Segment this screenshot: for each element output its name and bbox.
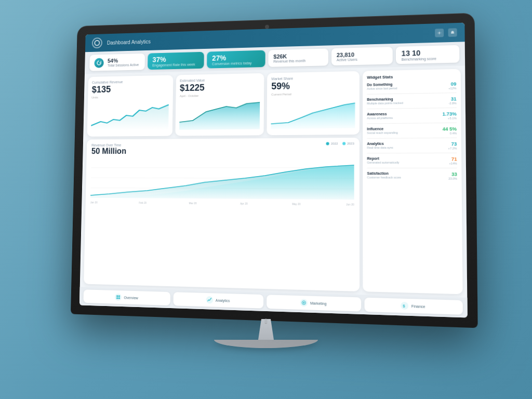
chart-card-market: Market Share 59% Current Period: [267, 71, 360, 135]
rpi-right-1: 31 -2.8%: [448, 96, 457, 105]
bottom-tab-icon-0: [115, 294, 122, 301]
rp-item-1: Benchmarking Multiple data points tracke…: [367, 96, 456, 109]
rpi-sub-1: Multiple data points tracked: [367, 101, 448, 105]
chart-card-sub-1: April - October: [180, 93, 260, 97]
svg-point-14: [303, 302, 304, 303]
rp-item-2: Awareness Across all platforms 1.73% +5.…: [367, 111, 457, 124]
line-chart-0: [91, 100, 169, 132]
settings-icon[interactable]: [435, 29, 444, 37]
rp-item-4: Analytics Real-time data sync 73 +7.2%: [367, 141, 457, 153]
notification-icon[interactable]: [448, 28, 457, 37]
legend-dot-1: [342, 142, 345, 145]
rpi-right-6: 33 23.0%: [448, 171, 457, 180]
screen: Dashboard Analytics: [79, 23, 468, 318]
left-area: Cumulative Revenue $135 Units: [84, 71, 360, 291]
svg-text:$: $: [403, 304, 405, 308]
legend-item-1: 2023: [342, 142, 354, 145]
rpi-title-4: Analytics: [367, 141, 448, 145]
stat-chip-4[interactable]: 23,810 Active Users: [331, 47, 393, 65]
rpi-sub-6: Customer feedback score: [367, 176, 448, 179]
rpi-value-6: 33: [448, 171, 457, 177]
legend-dot-0: [326, 142, 329, 145]
rp-item-0: Do Something Active since last period 09…: [367, 81, 456, 94]
large-chart-value: 50 Million: [91, 147, 126, 156]
stat-chip-0[interactable]: 54% Total Sessions Active: [89, 54, 145, 71]
bottom-tab-icon-2: [300, 299, 308, 307]
bottom-tab-label-3: Finance: [411, 304, 425, 308]
bottom-tab-label-2: Marketing: [310, 301, 327, 305]
svg-rect-10: [118, 296, 120, 297]
large-chart-card: Revenue Over Time 50 Million 2022: [84, 138, 360, 291]
monitor-wrapper: Dashboard Analytics: [53, 18, 479, 381]
stat-icon-0: [94, 58, 104, 68]
main-content: Cumulative Revenue $135 Units: [80, 65, 468, 298]
chart-cards-row: Cumulative Revenue $135 Units: [87, 71, 360, 137]
rpi-right-0: 09 +12%: [448, 81, 456, 90]
chart-card-sub-2: Current Period: [271, 91, 355, 96]
rpi-left-3: Influence Social reach expanding: [367, 126, 442, 135]
stat-label-3: Revenue this month: [273, 59, 305, 63]
rpi-value-3: 44 5%: [443, 126, 457, 132]
svg-marker-2: [179, 102, 260, 130]
bottom-tab-3[interactable]: $ Finance: [364, 298, 463, 315]
large-chart-legend: 2022 2023: [326, 142, 354, 145]
bottom-tab-label-0: Overview: [124, 296, 138, 300]
bottom-tab-0[interactable]: Overview: [83, 289, 170, 305]
header-icons: [435, 28, 457, 37]
chart-card-sub-0: Units: [91, 95, 169, 99]
rp-item-6: Satisfaction Customer feedback score 33 …: [367, 171, 457, 183]
rpi-left-6: Satisfaction Customer feedback score: [367, 171, 448, 179]
rpi-value-0: 09: [448, 81, 456, 87]
bottom-tab-1[interactable]: Analytics: [173, 292, 263, 308]
logo-inner: [94, 40, 100, 46]
stat-label-0: Total Sessions Active: [108, 63, 139, 67]
stat-chip-5[interactable]: 13 10 Benchmarking score: [396, 45, 459, 64]
rpi-change-3: 0.4%: [443, 131, 457, 135]
rpi-sub-2: Across all platforms: [367, 116, 442, 120]
apple-logo: : [264, 317, 267, 325]
rpi-value-2: 1.73%: [442, 111, 456, 117]
stat-chip-1[interactable]: 37% Engagement Rate this week: [148, 52, 204, 70]
svg-rect-9: [116, 295, 118, 297]
chart-card-value-0: $135: [92, 84, 169, 94]
rpi-sub-3: Social reach expanding: [367, 131, 442, 135]
rpi-change-1: -2.8%: [448, 102, 456, 105]
large-chart-header: Revenue Over Time 50 Million 2022: [91, 142, 354, 156]
rpi-change-4: +7.2%: [448, 147, 457, 150]
monitor-base: [214, 340, 318, 348]
stat-content-5: 13 10 Benchmarking score: [402, 48, 436, 61]
chart-card-value-1: $1225: [180, 82, 260, 92]
svg-marker-1: [91, 105, 169, 131]
bottom-tab-icon-3: $: [401, 302, 408, 310]
stat-value-4: 23,810: [337, 51, 357, 58]
right-panel-list: Do Something Active since last period 09…: [367, 81, 458, 289]
svg-point-0: [438, 32, 440, 34]
rpi-left-4: Analytics Real-time data sync: [367, 141, 448, 149]
stat-label-4: Active Users: [337, 58, 357, 62]
rpi-left-0: Do Something Active since last period: [367, 82, 448, 90]
stat-label-5: Benchmarking score: [402, 57, 436, 61]
bottom-tab-label-1: Analytics: [216, 298, 230, 302]
rpi-change-6: 23.0%: [448, 177, 457, 180]
chart-card-value-2: 59%: [271, 80, 355, 91]
rpi-title-3: Influence: [367, 126, 442, 130]
rpi-right-5: 71 +14%: [449, 156, 457, 165]
large-chart-body: Jan 20 Feb 20 Mar 20 Apr 20 May 20 Jun 2…: [89, 157, 354, 287]
app-title: Dashboard Analytics: [107, 38, 151, 45]
svg-marker-3: [271, 103, 355, 129]
bottom-tab-2[interactable]: Marketing: [267, 295, 361, 311]
rpi-change-0: +12%: [448, 87, 456, 90]
rpi-right-2: 1.73% +5.1%: [442, 111, 456, 120]
bottom-tab-icon-1: [206, 296, 213, 304]
stat-content-0: 54% Total Sessions Active: [108, 57, 139, 68]
svg-rect-12: [118, 297, 120, 299]
logo: [92, 37, 102, 48]
rpi-left-2: Awareness Across all platforms: [367, 111, 442, 119]
stat-chip-3[interactable]: $26K Revenue this month: [268, 48, 328, 66]
stat-chip-2[interactable]: 27% Conversion metrics today: [207, 50, 265, 69]
chart-card-revenue: Cumulative Revenue $135 Units: [87, 75, 174, 137]
chart-card-estimated: Estimated Value $1225 April - October: [175, 73, 264, 136]
stat-label-1: Engagement Rate this week: [152, 62, 195, 67]
stat-label-2: Conversion metrics today: [212, 61, 251, 66]
stat-value-2: 27%: [212, 53, 251, 62]
